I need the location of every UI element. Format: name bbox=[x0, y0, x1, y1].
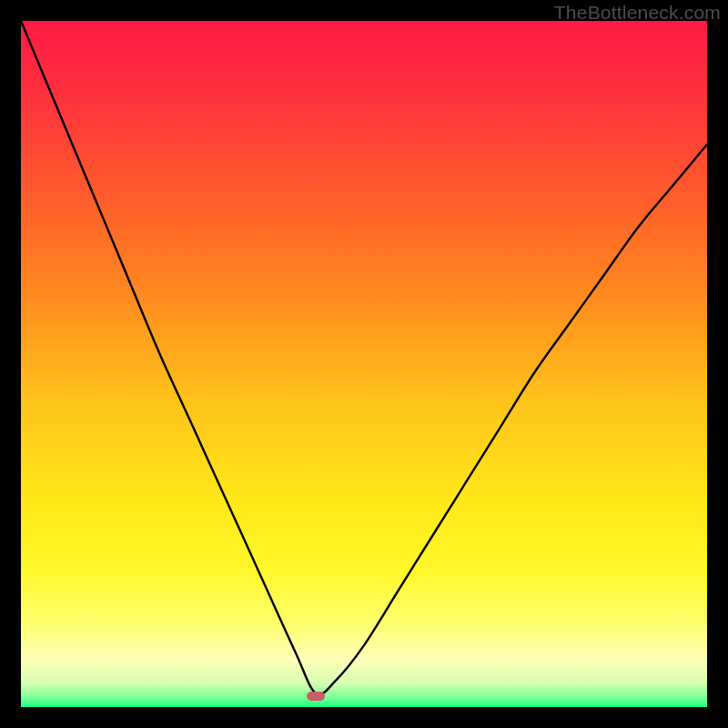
bottleneck-curve bbox=[21, 21, 707, 707]
chart-frame: TheBottleneck.com bbox=[0, 0, 728, 728]
optimal-point-marker bbox=[307, 692, 325, 701]
watermark-text: TheBottleneck.com bbox=[554, 2, 721, 24]
plot-area bbox=[21, 21, 707, 707]
